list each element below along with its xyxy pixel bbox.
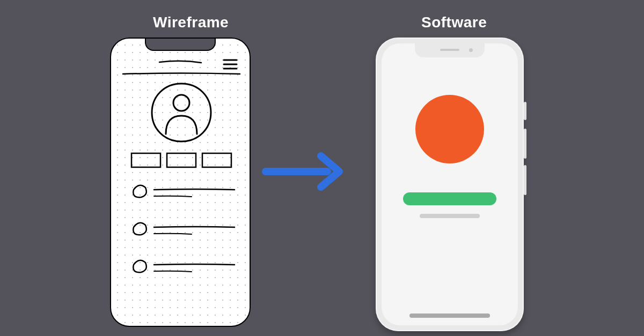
side-button [524, 102, 526, 120]
wireframe-sketch [122, 58, 241, 326]
tab-box [167, 153, 196, 167]
heading-software: Software [421, 14, 487, 31]
svg-rect-2 [167, 153, 196, 167]
side-button [524, 165, 526, 195]
avatar [415, 95, 484, 163]
heading-wireframe: Wireframe [153, 14, 229, 31]
avatar-icon [152, 84, 211, 141]
camera-icon [469, 48, 473, 52]
wireframe-phone [110, 38, 251, 327]
home-indicator [409, 313, 490, 318]
primary-button[interactable] [403, 192, 496, 205]
secondary-text [420, 214, 480, 218]
software-notch [415, 43, 485, 57]
svg-point-0 [173, 95, 189, 111]
tab-box [202, 153, 231, 167]
software-screen [382, 43, 518, 325]
svg-rect-3 [202, 153, 231, 167]
side-button [524, 129, 526, 159]
speaker-icon [440, 49, 459, 51]
tab-box [131, 153, 160, 167]
list-item [133, 185, 235, 197]
software-phone [376, 38, 524, 331]
list-item [133, 223, 235, 235]
arrow-icon [258, 147, 352, 196]
hamburger-icon [224, 60, 237, 69]
list-item [133, 260, 235, 272]
svg-rect-1 [131, 153, 160, 167]
